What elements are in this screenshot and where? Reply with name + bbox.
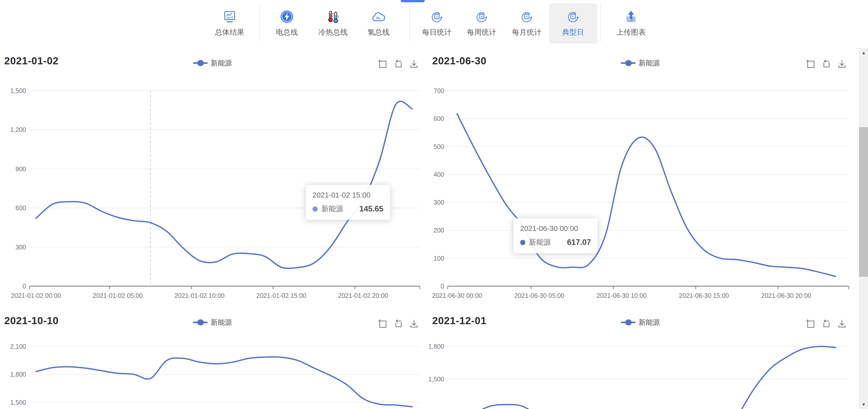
nav-item-overview[interactable]: 总体结果 xyxy=(206,4,254,43)
data-zoom-icon[interactable] xyxy=(377,59,388,69)
chart-panel-2021-01-02: 03006009001,2001,5002021-01-02 00:002021… xyxy=(0,48,428,312)
tooltip-series-name: 新能源 xyxy=(529,237,551,247)
chart-tooltip: 2021-06-30 00:00 新能源 617.07 xyxy=(514,218,597,253)
nav-item-label: 每日统计 xyxy=(422,27,452,37)
data-zoom-icon[interactable] xyxy=(805,59,816,69)
top-nav-bar: 总体结果 电总线 冷热总线 H₂ 氢总线 xyxy=(0,0,868,49)
legend-line-marker-icon xyxy=(193,319,208,325)
electric-bus-icon xyxy=(279,10,294,25)
y-tick-label: 1,500 xyxy=(428,376,444,383)
y-tick-label: 600 xyxy=(433,115,444,122)
x-tick-label: 2021-01-02 20:00 xyxy=(338,292,388,299)
save-image-icon[interactable] xyxy=(837,59,847,69)
x-tick-label: 2021-01-02 10:00 xyxy=(175,292,224,299)
scroll-down-icon[interactable]: ▼ xyxy=(859,400,868,409)
chart-tooltip: 2021-01-02 15:00 新能源 145.65 xyxy=(306,185,390,220)
restore-icon[interactable] xyxy=(393,319,404,329)
series-dot-icon xyxy=(520,240,525,245)
restore-icon[interactable] xyxy=(821,59,832,69)
daily-stats-icon: 日 xyxy=(429,10,444,25)
y-tick-label: 600 xyxy=(16,204,26,212)
x-tick-label: 2021-06-30 10:00 xyxy=(596,292,646,299)
nav-item-monthly-stats[interactable]: 月 每月统计 xyxy=(503,4,551,43)
nav-item-upload-chart[interactable]: 上传图表 xyxy=(607,4,655,43)
nav-item-thermal-bus[interactable]: 冷热总线 xyxy=(309,4,357,43)
chart-toolbar xyxy=(805,319,847,329)
vertical-scrollbar[interactable]: ▲ ▼ xyxy=(859,49,868,409)
chart-title: 2021-01-02 xyxy=(4,55,59,67)
legend-item[interactable]: 新能源 xyxy=(621,58,660,68)
svg-text:日: 日 xyxy=(436,15,439,19)
nav-item-daily-stats[interactable]: 日 每日统计 xyxy=(413,4,461,43)
nav-separator xyxy=(600,4,601,41)
y-tick-label: 1,500 xyxy=(10,399,26,406)
upload-chart-icon xyxy=(623,10,639,25)
y-tick-label: 900 xyxy=(16,165,26,172)
y-tick-label: 200 xyxy=(433,227,444,234)
chart-title: 2021-06-30 xyxy=(432,55,487,67)
active-tab-indicator xyxy=(401,0,425,2)
chart-panel-2021-12-01: 03006009001,2001,5001,800 2021-12-01 新能源 xyxy=(428,312,856,409)
y-tick-label: 1,200 xyxy=(428,408,444,409)
legend-item[interactable]: 新能源 xyxy=(193,58,232,68)
y-tick-label: 1,800 xyxy=(10,371,26,378)
y-tick-label: 1,200 xyxy=(10,126,26,133)
scrollbar-thumb[interactable] xyxy=(859,127,868,277)
save-image-icon[interactable] xyxy=(409,319,419,329)
hydrogen-bus-icon: H₂ xyxy=(371,10,386,25)
nav-item-typical-day[interactable]: 日 典型日 xyxy=(549,4,597,43)
x-tick-label: 2021-06-30 00:00 xyxy=(432,292,482,299)
legend-line-marker-icon xyxy=(193,60,208,66)
monthly-stats-icon: 月 xyxy=(519,10,534,25)
x-tick-label: 2021-06-30 05:00 xyxy=(514,292,564,299)
nav-item-hydrogen-bus[interactable]: H₂ 氢总线 xyxy=(354,4,403,43)
scroll-up-icon[interactable]: ▲ xyxy=(859,49,868,57)
tooltip-date: 2021-01-02 15:00 xyxy=(312,191,383,199)
nav-item-weekly-stats[interactable]: 周 每周统计 xyxy=(458,4,506,43)
x-tick-label: 2021-06-30 20:00 xyxy=(761,292,811,299)
save-image-icon[interactable] xyxy=(837,319,847,329)
y-tick-label: 300 xyxy=(16,244,26,251)
thermal-bus-icon xyxy=(326,10,341,25)
save-image-icon[interactable] xyxy=(409,59,419,69)
y-tick-label: 1,800 xyxy=(428,343,444,350)
chart-toolbar xyxy=(377,319,419,329)
tooltip-series-name: 新能源 xyxy=(321,204,343,214)
chart-panel-2021-10-10: 03006009001,2001,5001,8002,100 2021-10-1… xyxy=(0,312,428,409)
chart-toolbar xyxy=(377,59,419,69)
nav-item-label: 上传图表 xyxy=(616,27,646,37)
restore-icon[interactable] xyxy=(393,59,404,69)
legend-item[interactable]: 新能源 xyxy=(193,318,232,327)
typical-day-icon: 日 xyxy=(565,10,581,25)
data-zoom-icon[interactable] xyxy=(377,319,388,329)
nav-item-label: 电总线 xyxy=(276,27,298,37)
svg-text:周: 周 xyxy=(480,15,484,19)
legend-line-marker-icon xyxy=(621,319,636,325)
y-tick-label: 700 xyxy=(433,87,444,94)
weekly-stats-icon: 周 xyxy=(474,10,489,25)
x-tick-label: 2021-01-02 15:00 xyxy=(256,292,306,299)
nav-item-label: 每月统计 xyxy=(512,27,541,37)
restore-icon[interactable] xyxy=(821,319,832,329)
nav-item-label: 总体结果 xyxy=(215,27,244,37)
svg-text:日: 日 xyxy=(572,15,575,19)
chart-title: 2021-10-10 xyxy=(4,315,59,326)
nav-separator xyxy=(259,4,260,41)
line-chart-2021-06-30[interactable]: 01002003004005006007002021-06-30 00:0020… xyxy=(428,48,856,312)
chart-panel-2021-06-30: 01002003004005006007002021-06-30 00:0020… xyxy=(428,48,856,312)
y-tick-label: 500 xyxy=(433,143,444,150)
legend-label: 新能源 xyxy=(639,58,660,68)
legend-item[interactable]: 新能源 xyxy=(621,318,660,327)
data-zoom-icon[interactable] xyxy=(805,319,816,329)
nav-separator xyxy=(409,4,410,41)
x-tick-label: 2021-01-02 05:00 xyxy=(93,292,143,299)
chart-title: 2021-12-01 xyxy=(432,315,487,326)
series-line xyxy=(457,346,836,409)
nav-item-electric-bus[interactable]: 电总线 xyxy=(263,4,311,43)
x-tick-label: 2021-06-30 15:00 xyxy=(679,292,729,299)
line-chart-2021-01-02[interactable]: 03006009001,2001,5002021-01-02 00:002021… xyxy=(0,48,428,312)
y-tick-label: 300 xyxy=(433,199,444,206)
nav-item-label: 氢总线 xyxy=(368,27,390,37)
y-tick-label: 1,500 xyxy=(10,87,26,94)
legend-label: 新能源 xyxy=(211,318,232,327)
